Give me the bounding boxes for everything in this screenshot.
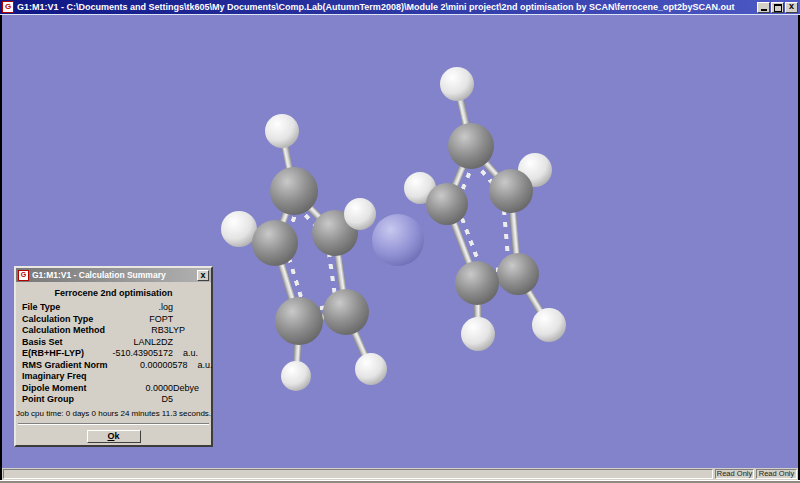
ok-button[interactable]: Ok bbox=[87, 430, 141, 443]
row-unit bbox=[173, 337, 211, 349]
row-unit bbox=[173, 394, 211, 406]
status-readonly-2: Read Only bbox=[756, 469, 797, 479]
summary-row-basis-set: Basis Set LANL2DZ bbox=[16, 337, 211, 349]
row-label: Calculation Method bbox=[16, 325, 105, 337]
restore-button[interactable] bbox=[771, 2, 784, 13]
row-unit bbox=[173, 302, 211, 314]
row-unit: Debye bbox=[173, 383, 211, 395]
row-unit bbox=[173, 314, 211, 326]
summary-row-imaginary-freq: Imaginary Freq bbox=[16, 371, 211, 383]
ok-label-rest: k bbox=[115, 431, 120, 441]
atom-H[interactable] bbox=[344, 198, 376, 230]
minimize-button[interactable] bbox=[757, 2, 770, 13]
row-label: RMS Gradient Norm bbox=[16, 360, 108, 372]
row-value: .log bbox=[93, 302, 173, 314]
dialog-titlebar[interactable]: G G1:M1:V1 - Calculation Summary x bbox=[16, 268, 211, 282]
atom-H[interactable] bbox=[440, 67, 474, 101]
row-value: D5 bbox=[93, 394, 173, 406]
atom-H[interactable] bbox=[281, 361, 311, 391]
summary-row-dipole-moment: Dipole Moment 0.0000 Debye bbox=[16, 383, 211, 395]
summary-rows: File Type .log Calculation Type FOPT Cal… bbox=[16, 302, 211, 406]
minimize-icon bbox=[761, 9, 767, 11]
summary-row-calculation-method: Calculation Method RB3LYP bbox=[16, 325, 211, 337]
atom-C[interactable] bbox=[489, 169, 533, 213]
summary-row-energy: E(RB+HF-LYP) -510.43905172 a.u. bbox=[16, 348, 211, 360]
close-icon: x bbox=[789, 2, 794, 11]
status-bar: Read Only Read Only bbox=[2, 468, 798, 480]
row-unit bbox=[185, 325, 223, 337]
dialog-separator bbox=[18, 423, 209, 425]
summary-row-point-group: Point Group D5 bbox=[16, 394, 211, 406]
row-unit bbox=[173, 371, 211, 383]
caption-buttons: x bbox=[757, 2, 798, 13]
atom-H[interactable] bbox=[461, 317, 495, 351]
status-panel-main bbox=[3, 469, 713, 479]
row-label: File Type bbox=[16, 302, 93, 314]
atom-C[interactable] bbox=[497, 253, 539, 295]
dialog-title: G1:M1:V1 - Calculation Summary bbox=[32, 270, 194, 280]
atom-C[interactable] bbox=[426, 183, 468, 225]
calculation-summary-dialog: G G1:M1:V1 - Calculation Summary x Ferro… bbox=[14, 266, 213, 447]
close-button[interactable]: x bbox=[785, 2, 798, 13]
row-label: Basis Set bbox=[16, 337, 93, 349]
atom-C[interactable] bbox=[270, 167, 318, 215]
gaussview-icon: G bbox=[2, 1, 14, 13]
summary-header: Ferrocene 2nd optimisation bbox=[16, 288, 211, 300]
summary-row-rms-gradient: RMS Gradient Norm 0.00000578 a.u. bbox=[16, 360, 211, 372]
dialog-close-button[interactable]: x bbox=[197, 270, 209, 281]
row-label: Dipole Moment bbox=[16, 383, 93, 395]
atom-C[interactable] bbox=[252, 220, 298, 266]
job-cpu-time: Job cpu time: 0 days 0 hours 24 minutes … bbox=[16, 409, 211, 419]
row-label: Point Group bbox=[16, 394, 93, 406]
restore-icon bbox=[774, 4, 782, 12]
atom-H[interactable] bbox=[355, 353, 387, 385]
row-value: RB3LYP bbox=[105, 325, 185, 337]
gaussview-icon: G bbox=[18, 270, 29, 281]
window-title: G1:M1:V1 - C:\Documents and Settings\tk6… bbox=[17, 2, 754, 12]
row-value: 0.00000578 bbox=[108, 360, 188, 372]
summary-row-file-type: File Type .log bbox=[16, 302, 211, 314]
status-readonly-1: Read Only bbox=[715, 469, 754, 479]
ok-label-accel: O bbox=[107, 431, 114, 441]
atom-C[interactable] bbox=[455, 261, 499, 305]
row-value: LANL2DZ bbox=[93, 337, 173, 349]
row-label: Imaginary Freq bbox=[16, 371, 93, 383]
row-value: 0.0000 bbox=[93, 383, 173, 395]
atom-H[interactable] bbox=[532, 308, 566, 342]
atom-Fe[interactable] bbox=[372, 214, 424, 266]
titlebar[interactable]: G G1:M1:V1 - C:\Documents and Settings\t… bbox=[0, 0, 800, 14]
atom-C[interactable] bbox=[448, 123, 494, 169]
atom-C[interactable] bbox=[323, 289, 369, 335]
row-label: E(RB+HF-LYP) bbox=[16, 348, 93, 360]
aromatic-dash bbox=[502, 210, 510, 256]
close-icon: x bbox=[200, 271, 205, 279]
row-value: -510.43905172 bbox=[93, 348, 173, 360]
row-value: FOPT bbox=[93, 314, 173, 326]
row-value bbox=[93, 371, 173, 383]
atom-H[interactable] bbox=[265, 114, 299, 148]
row-unit: a.u. bbox=[173, 348, 211, 360]
atom-C[interactable] bbox=[275, 297, 323, 345]
summary-row-calculation-type: Calculation Type FOPT bbox=[16, 314, 211, 326]
row-unit: a.u. bbox=[188, 360, 226, 372]
row-label: Calculation Type bbox=[16, 314, 93, 326]
